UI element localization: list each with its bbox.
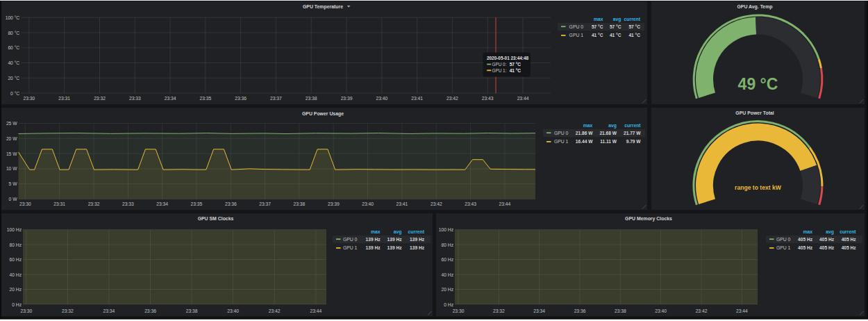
svg-text:23:32: 23:32 (493, 308, 505, 313)
svg-text:139 Hz: 139 Hz (387, 245, 403, 250)
svg-text:max: max (371, 229, 381, 234)
svg-text:GPU 0: GPU 0 (569, 24, 584, 29)
svg-text:23:38: 23:38 (615, 308, 626, 313)
svg-text:23:42: 23:42 (269, 308, 281, 313)
svg-text:139 Hz: 139 Hz (387, 237, 403, 242)
svg-text:57 °C: 57 °C (592, 24, 603, 29)
svg-text:405 Hz: 405 Hz (798, 237, 813, 242)
svg-text:41 °C: 41 °C (628, 33, 640, 38)
svg-text:0 W: 0 W (9, 197, 18, 201)
svg-text:23:34: 23:34 (103, 308, 115, 313)
svg-text:60 Hz: 60 Hz (10, 257, 22, 262)
svg-text:23:44: 23:44 (736, 308, 748, 313)
svg-text:100 Hz: 100 Hz (439, 227, 454, 232)
svg-text:max: max (594, 17, 603, 22)
svg-text:23:37: 23:37 (259, 201, 271, 206)
svg-text:23:31: 23:31 (53, 201, 65, 206)
svg-text:GPU 0: GPU 0 (776, 237, 791, 242)
svg-text:23:32: 23:32 (62, 308, 74, 313)
svg-text:current: current (408, 229, 425, 234)
svg-text:23:34: 23:34 (165, 96, 176, 101)
svg-text:GPU 1:: GPU 1: (492, 68, 507, 73)
svg-text:23:30: 23:30 (19, 201, 31, 206)
svg-text:5 W: 5 W (9, 181, 18, 186)
svg-text:60 °C: 60 °C (8, 45, 19, 50)
svg-text:10 W: 10 W (6, 166, 17, 171)
svg-text:23:41: 23:41 (411, 96, 423, 101)
svg-text:49 °C: 49 °C (738, 75, 778, 93)
svg-text:range to text kW: range to text kW (735, 184, 782, 191)
svg-text:23:35: 23:35 (191, 201, 203, 206)
svg-text:23:30: 23:30 (453, 308, 465, 313)
svg-text:15 W: 15 W (6, 151, 17, 156)
svg-text:23:32: 23:32 (94, 96, 106, 101)
svg-text:current: current (624, 17, 641, 22)
svg-text:2020-05-01 23:44:48: 2020-05-01 23:44:48 (487, 56, 528, 60)
svg-text:23:40: 23:40 (376, 96, 387, 101)
svg-text:23:33: 23:33 (129, 96, 141, 101)
svg-text:40 °C: 40 °C (8, 60, 19, 65)
svg-text:23:33: 23:33 (122, 201, 134, 206)
svg-text:20 Hz: 20 Hz (10, 287, 22, 292)
svg-text:23:40: 23:40 (227, 308, 239, 313)
svg-text:23:38: 23:38 (294, 201, 306, 206)
svg-text:23:35: 23:35 (199, 96, 211, 101)
svg-text:23:39: 23:39 (341, 96, 353, 101)
svg-text:100 Hz: 100 Hz (7, 227, 22, 232)
svg-text:GPU 1: GPU 1 (569, 33, 584, 38)
svg-text:GPU SM Clocks: GPU SM Clocks (198, 216, 234, 221)
svg-text:23:44: 23:44 (517, 96, 529, 101)
svg-text:current: current (840, 229, 856, 234)
svg-text:139 Hz: 139 Hz (366, 245, 381, 250)
svg-text:23:36: 23:36 (574, 308, 586, 313)
svg-text:23:43: 23:43 (482, 96, 494, 101)
svg-text:57 °C: 57 °C (628, 24, 640, 29)
svg-text:405 Hz: 405 Hz (842, 237, 857, 242)
svg-text:139 Hz: 139 Hz (366, 237, 381, 242)
svg-text:23:37: 23:37 (270, 96, 282, 101)
svg-text:23:34: 23:34 (156, 201, 168, 206)
svg-text:20 W: 20 W (6, 136, 17, 141)
svg-text:23:31: 23:31 (58, 96, 70, 101)
svg-text:23:44: 23:44 (499, 201, 511, 206)
svg-text:23:42: 23:42 (431, 201, 442, 206)
svg-text:0 Hz: 0 Hz (12, 302, 22, 307)
svg-text:avg: avg (608, 123, 617, 129)
svg-text:avg: avg (613, 17, 621, 22)
svg-text:23:38: 23:38 (306, 96, 317, 101)
svg-text:23:34: 23:34 (533, 308, 545, 313)
svg-text:GPU 1: GPU 1 (776, 245, 791, 250)
svg-text:23:39: 23:39 (328, 201, 340, 206)
svg-text:40 Hz: 40 Hz (442, 272, 454, 277)
svg-text:GPU 0: GPU 0 (554, 131, 569, 135)
svg-text:11.11 W: 11.11 W (600, 139, 617, 144)
svg-text:23:36: 23:36 (144, 308, 156, 313)
svg-text:41 °C: 41 °C (510, 68, 521, 73)
svg-text:9.79 W: 9.79 W (626, 139, 642, 144)
svg-text:max: max (583, 123, 593, 128)
svg-text:23:30: 23:30 (20, 308, 32, 313)
svg-text:0 °C: 0 °C (10, 91, 19, 96)
svg-text:23:43: 23:43 (465, 201, 476, 206)
svg-text:GPU 0: GPU 0 (343, 237, 358, 242)
svg-text:23:30: 23:30 (24, 96, 35, 101)
svg-text:avg: avg (394, 229, 402, 235)
svg-text:0 Hz: 0 Hz (444, 302, 453, 307)
svg-text:23:36: 23:36 (235, 96, 247, 101)
svg-text:GPU Avg. Temp: GPU Avg. Temp (737, 4, 772, 10)
svg-text:23:40: 23:40 (362, 201, 374, 206)
svg-text:23:42: 23:42 (696, 308, 708, 313)
svg-text:80 °C: 80 °C (8, 31, 19, 35)
svg-text:current: current (624, 123, 641, 128)
svg-text:100 °C: 100 °C (6, 15, 20, 20)
svg-text:GPU Memory Clocks: GPU Memory Clocks (625, 216, 672, 222)
svg-text:23:42: 23:42 (446, 96, 458, 101)
svg-text:405 Hz: 405 Hz (819, 237, 835, 242)
svg-text:57 °C: 57 °C (510, 62, 521, 67)
svg-text:GPU 1: GPU 1 (343, 245, 358, 250)
svg-text:405 Hz: 405 Hz (842, 245, 857, 250)
svg-text:21.86 W: 21.86 W (576, 131, 593, 135)
svg-text:80 Hz: 80 Hz (442, 242, 454, 247)
svg-text:20 °C: 20 °C (8, 76, 19, 81)
svg-text:23:38: 23:38 (186, 308, 198, 313)
